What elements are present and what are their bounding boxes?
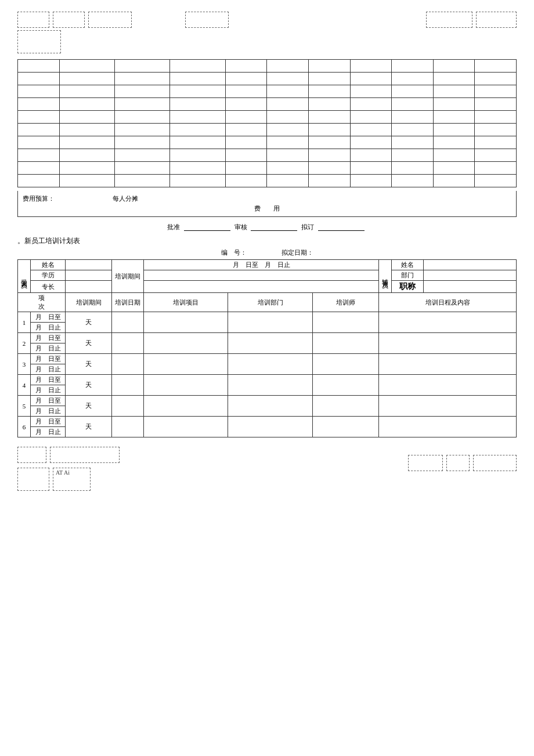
row-6-schedule [379,417,517,437]
plan-data-row-2: 2 月 日至 天 [18,333,517,343]
plan-header-row: 编 号： 拟定日期： [17,248,517,257]
row-3-trainer [312,354,378,375]
top-box-right-1 [426,12,472,28]
row-2-trainer [312,333,378,354]
bottom-boxes-row1 [17,447,120,463]
row-1-dept [228,312,312,333]
education-period [144,270,379,281]
top-box-2 [53,12,85,28]
bottom-note: AT Ai [53,468,90,477]
row-no-4: 4 [18,375,31,396]
education-label: 学历 [31,270,66,281]
row-3-start: 月 日至 [31,354,66,364]
page-content: 费用预算： 每人分摊 费 用 批准 审核 拟订 。新员工培训计划表 编 号： 拟… [17,12,517,491]
period-col-header: 培训期间 [66,293,112,312]
plan-data-row-1: 1 月 日至 天 [18,312,517,323]
row-6-days: 天 [66,417,112,437]
row-2-schedule [379,333,517,354]
row-1-start: 月 日至 [31,312,66,323]
row-6-project [144,417,228,437]
tutor-name-label: 姓名 [392,260,424,270]
plan-data-row-4: 4 月 日至 天 [18,375,517,385]
row-1-days: 天 [66,312,112,333]
row-1-end: 月 日止 [31,323,66,333]
table-row [18,149,517,162]
row-3-schedule [379,354,517,375]
tutor-label: 辅导人员 [379,260,392,293]
table-row [18,124,517,136]
bottom-box-right-1 [408,455,443,471]
tutor-name-value [424,260,517,270]
period-value: 月 日至 月 日止 [144,260,379,270]
approval-row: 批准 审核 拟订 [17,223,517,231]
dept-col-header: 培训部门 [228,293,312,312]
row-1-date [112,312,144,333]
item-col-header: 项 次 [18,293,66,312]
plan-data-row-6: 6 月 日至 天 [18,417,517,427]
row-5-date [112,396,144,417]
plan-code: 编 号： [221,248,247,257]
top-section [17,12,517,53]
cost-row: 费 用 [23,204,511,213]
row-no-5: 5 [18,396,31,417]
approve-field [184,223,230,231]
table-row [18,162,517,175]
plan-header-row-1: 受训人员 姓名 培训期间 月 日至 月 日止 辅导人员 姓名 [18,260,517,270]
top-box-3 [88,12,132,28]
row-5-end: 月 日止 [31,406,66,417]
row-2-days: 天 [66,333,112,354]
top-box-1 [17,12,49,28]
row-1-trainer [312,312,378,333]
table-row [18,136,517,149]
plan-header-row-2: 学历 部门 [18,270,517,281]
row-3-dept [228,354,312,375]
budget-row: 费用预算： 每人分摊 [23,194,511,203]
training-period-header: 培训期间 [112,260,144,293]
plan-col-headers: 项 次 培训期间 培训日期 培训项目 培训部门 培训师 培训日程及内容 [18,293,517,312]
table-row [18,98,517,111]
row-6-trainer [312,417,378,437]
tutor-dept-value [424,270,517,281]
row-1-project [144,312,228,333]
plan-header-row-3: 专长 职称 [18,281,517,293]
row-4-schedule [379,375,517,396]
education-value [66,270,112,281]
row-no-1: 1 [18,312,31,333]
top-box-5 [17,30,61,53]
row-3-days: 天 [66,354,112,375]
row-5-dept [228,396,312,417]
row-2-dept [228,333,312,354]
section-title-text: 。新员工培训计划表 [17,237,80,245]
budget-section: 费用预算： 每人分摊 费 用 [17,191,517,217]
row-2-end: 月 日止 [31,343,66,354]
review-field [251,223,297,231]
trainee-label: 受训人员 [18,260,31,293]
schedule-table [17,59,517,187]
bottom-boxes-row2: AT Ai [17,468,120,491]
row-5-project [144,396,228,417]
row-5-schedule [379,396,517,417]
date-col-header: 培训日期 [112,293,144,312]
project-col-header: 培训项目 [144,293,228,312]
row-2-start: 月 日至 [31,333,66,343]
table-row [18,73,517,85]
tutor-dept-label: 部门 [392,270,424,281]
review-label: 审核 [234,223,247,230]
row-6-start: 月 日至 [31,417,66,427]
trainer-col-header: 培训师 [312,293,378,312]
tutor-title-value [424,281,517,293]
table-row [18,60,517,73]
name-label: 姓名 [31,260,66,270]
bottom-right-boxes [408,455,517,471]
row-4-days: 天 [66,375,112,396]
row-no-6: 6 [18,417,31,437]
tutor-title-label: 职称 [392,281,424,293]
bottom-box-right-2 [446,455,470,471]
name-value [66,260,112,270]
bottom-section: AT Ai [17,443,517,491]
bottom-right [408,443,517,471]
table-row [18,175,517,187]
bottom-box-1 [17,447,46,463]
row-3-end: 月 日止 [31,364,66,375]
table-row [18,85,517,98]
